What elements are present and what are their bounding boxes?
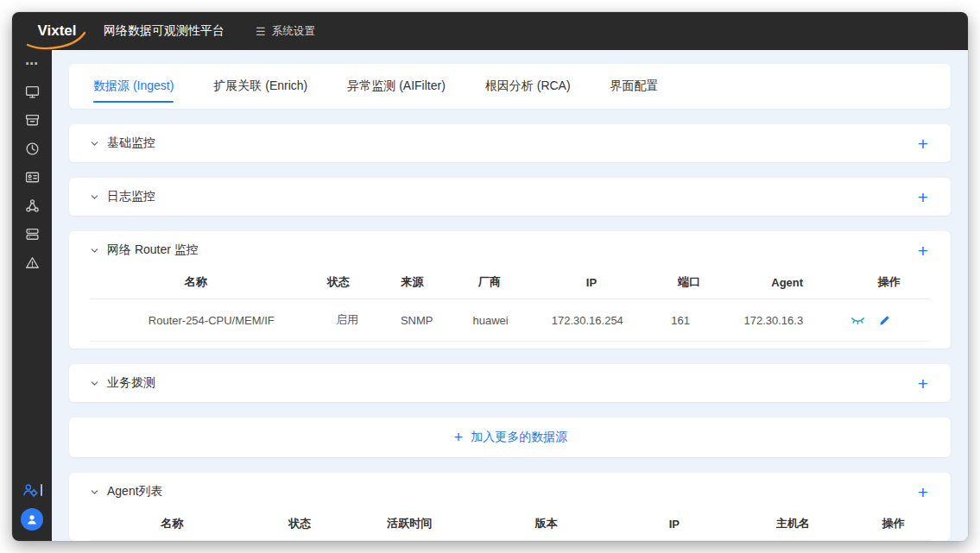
router-agent-cell: 172.30.16.3 xyxy=(715,301,831,340)
tab-ingest[interactable]: 数据源 (Ingest) xyxy=(93,64,174,109)
main-content: 数据源 (Ingest) 扩展关联 (Enrich) 异常监测 (AIFilte… xyxy=(52,50,968,541)
add-agent-button[interactable]: + xyxy=(916,483,930,501)
user-avatar[interactable] xyxy=(21,508,43,531)
chevron-down-icon xyxy=(90,487,99,497)
idcard-icon[interactable] xyxy=(23,169,41,185)
section-log-header[interactable]: 日志监控 + xyxy=(69,178,951,216)
column-header: IP xyxy=(619,512,729,539)
tab-ui-config[interactable]: 界面配置 xyxy=(610,64,659,109)
router-port-cell: 161 xyxy=(646,301,716,340)
column-header: 活跃时间 xyxy=(345,511,473,540)
section-router-header[interactable]: 网络 Router 监控 + xyxy=(69,231,951,269)
server-list-icon[interactable] xyxy=(23,226,41,242)
router-name-cell: Router-254-CPU/MEM/IF xyxy=(111,301,312,340)
cluster-icon[interactable] xyxy=(23,198,41,213)
chevron-down-icon xyxy=(90,379,99,388)
chevron-down-icon xyxy=(90,246,99,255)
sidebar: ⋯ xyxy=(12,50,52,541)
section-title: 基础监控 xyxy=(107,135,155,151)
column-header: Agent xyxy=(726,271,849,298)
router-status-cell: 启用 xyxy=(312,299,382,341)
chevron-down-icon xyxy=(90,139,99,148)
tab-rca[interactable]: 根因分析 (RCA) xyxy=(485,64,571,109)
eye-invisible-icon[interactable] xyxy=(850,314,865,327)
add-router-button[interactable]: + xyxy=(916,242,930,260)
column-header: 名称 xyxy=(90,269,302,298)
add-datasource-button[interactable]: + xyxy=(916,135,930,153)
schedule-icon[interactable] xyxy=(23,141,41,156)
section-router-monitoring: 网络 Router 监控 + 名称 状态 来源 厂商 IP 端口 Agent 操… xyxy=(69,231,951,349)
column-header: 来源 xyxy=(376,269,449,298)
add-dialtest-button[interactable]: + xyxy=(916,374,930,393)
logo-text: Vixtel xyxy=(37,22,76,40)
edit-icon[interactable] xyxy=(878,314,891,327)
column-header: 操作 xyxy=(849,269,930,298)
column-header: 主机名 xyxy=(729,511,857,540)
section-basic-monitoring: 基础监控 + xyxy=(69,124,951,162)
section-agent-list: Agent列表 + 名称 状态 活跃时间 版本 IP 主机名 操作 xyxy=(69,473,951,541)
column-header: 状态 xyxy=(302,269,376,298)
user-settings-icon[interactable] xyxy=(22,482,42,498)
router-table-row: Router-254-CPU/MEM/IF 启用 SNMP huawei 172… xyxy=(90,299,930,342)
add-more-datasource-button[interactable]: + 加入更多的数据源 xyxy=(69,418,951,457)
system-settings-label: 系统设置 xyxy=(272,24,315,39)
archive-icon[interactable] xyxy=(23,112,41,128)
section-log-monitoring: 日志监控 + xyxy=(69,178,951,216)
router-table-header: 名称 状态 来源 厂商 IP 端口 Agent 操作 xyxy=(90,269,930,299)
add-datasource-button[interactable]: + xyxy=(916,188,930,206)
column-header: 操作 xyxy=(857,511,930,540)
column-header: 端口 xyxy=(653,269,726,298)
column-header: 名称 xyxy=(90,511,254,540)
column-header: 厂商 xyxy=(449,269,530,298)
tab-bar: 数据源 (Ingest) 扩展关联 (Enrich) 异常监测 (AIFilte… xyxy=(69,64,951,109)
router-source-cell: SNMP xyxy=(382,301,452,340)
section-title: 业务拨测 xyxy=(107,375,155,391)
add-more-label: 加入更多的数据源 xyxy=(471,430,567,445)
section-basic-header[interactable]: 基础监控 + xyxy=(69,124,951,162)
column-header: IP xyxy=(530,271,653,298)
agent-table-header: 名称 状态 活跃时间 版本 IP 主机名 操作 xyxy=(90,511,930,541)
active-indicator xyxy=(41,484,42,496)
app-logo: Vixtel xyxy=(12,22,102,40)
topbar: Vixtel 网络数据可观测性平台 ☰ 系统设置 xyxy=(12,12,968,50)
menu-icon: ☰ xyxy=(256,25,266,38)
section-title: 日志监控 xyxy=(107,189,155,204)
section-title: 网络 Router 监控 xyxy=(107,242,199,258)
dashboard-icon[interactable] xyxy=(23,84,41,99)
more-icon[interactable]: ⋯ xyxy=(23,55,41,71)
column-header: 版本 xyxy=(473,511,619,540)
router-vendor-cell: huawei xyxy=(452,301,529,340)
chevron-down-icon xyxy=(90,192,99,202)
router-ip-cell: 172.30.16.254 xyxy=(529,301,646,340)
tab-aifilter[interactable]: 异常监测 (AIFilter) xyxy=(347,64,446,109)
plus-icon: + xyxy=(452,430,465,445)
app-window: Vixtel 网络数据可观测性平台 ☰ 系统设置 ⋯ xyxy=(12,12,968,541)
router-actions-cell xyxy=(831,301,909,340)
section-dial-header[interactable]: 业务拨测 + xyxy=(69,364,951,402)
section-agent-header[interactable]: Agent列表 + xyxy=(69,473,951,511)
column-header: 状态 xyxy=(254,511,345,540)
section-title: Agent列表 xyxy=(107,484,163,500)
system-settings-menu[interactable]: ☰ 系统设置 xyxy=(256,24,315,39)
page-title: 网络数据可观测性平台 xyxy=(104,23,224,39)
section-dial-test: 业务拨测 + xyxy=(69,364,951,402)
warning-icon[interactable] xyxy=(23,255,41,270)
tab-enrich[interactable]: 扩展关联 (Enrich) xyxy=(213,64,307,109)
